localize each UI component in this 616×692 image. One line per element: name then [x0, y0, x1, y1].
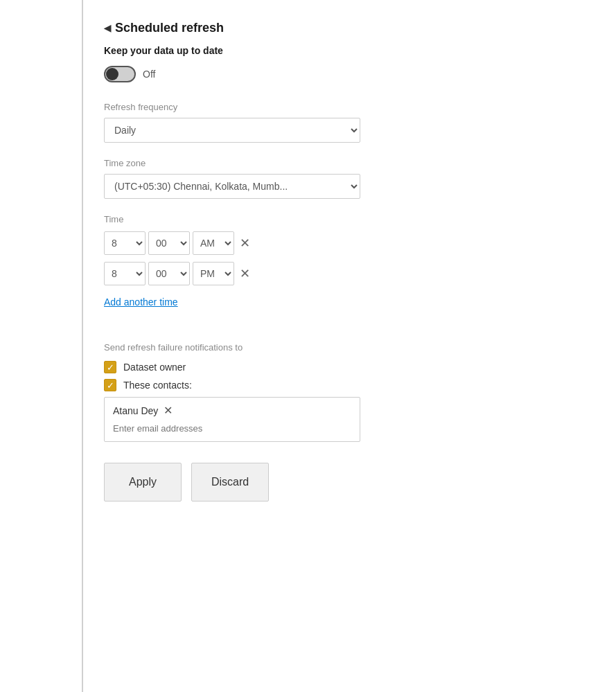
time-zone-group: Time zone (UTC+05:30) Chennai, Kolkata, …: [104, 158, 588, 199]
refresh-frequency-select[interactable]: Daily Weekly: [104, 118, 360, 143]
checkmark-icon-2: ✓: [107, 381, 114, 390]
hour-select-1[interactable]: 8 1234 567 9101112: [104, 231, 146, 255]
remove-contact-button[interactable]: ✕: [164, 405, 173, 416]
these-contacts-checkbox-row: ✓ These contacts:: [104, 379, 588, 391]
refresh-toggle[interactable]: [104, 66, 136, 82]
notifications-label: Send refresh failure notifications to: [104, 342, 588, 353]
collapse-arrow-icon[interactable]: ◀: [104, 23, 111, 33]
these-contacts-label: These contacts:: [123, 380, 192, 391]
section-subtitle: Keep your data up to date: [104, 45, 588, 56]
ampm-select-1[interactable]: AMPM: [193, 231, 234, 255]
checkmark-icon: ✓: [107, 363, 114, 372]
refresh-frequency-label: Refresh frequency: [104, 102, 588, 112]
contacts-box: Atanu Dey ✕: [104, 397, 360, 442]
minute-select-1[interactable]: 00153045: [148, 231, 190, 255]
time-zone-select[interactable]: (UTC+05:30) Chennai, Kolkata, Mumb...: [104, 174, 360, 199]
time-label: Time: [104, 214, 588, 224]
minute-select-2[interactable]: 00153045: [148, 262, 190, 285]
section-title-text: Scheduled refresh: [115, 21, 224, 35]
time-group: Time 8 1234 567 9101112 00153045 AMPM ✕: [104, 214, 588, 327]
main-content: ◀ Scheduled refresh Keep your data up to…: [83, 0, 616, 692]
discard-button[interactable]: Discard: [191, 463, 269, 502]
time-row-1: 8 1234 567 9101112 00153045 AMPM ✕: [104, 231, 588, 255]
section-title: ◀ Scheduled refresh: [104, 21, 224, 35]
time-zone-label: Time zone: [104, 158, 588, 168]
these-contacts-checkbox[interactable]: ✓: [104, 379, 116, 391]
add-another-time-link[interactable]: Add another time: [104, 296, 178, 308]
remove-time-2-button[interactable]: ✕: [237, 267, 253, 280]
notifications-section: Send refresh failure notifications to ✓ …: [104, 342, 588, 442]
ampm-select-2[interactable]: AMPM: [193, 262, 234, 285]
toggle-state-label: Off: [143, 69, 155, 80]
toggle-row: Off: [104, 66, 588, 82]
apply-button[interactable]: Apply: [104, 463, 182, 502]
dataset-owner-checkbox[interactable]: ✓: [104, 361, 116, 373]
left-panel: [0, 0, 83, 692]
hour-select-2[interactable]: 8 1234 567 9101112: [104, 262, 146, 285]
contact-tag-atanu: Atanu Dey ✕: [113, 405, 173, 416]
contact-name: Atanu Dey: [113, 405, 158, 416]
refresh-frequency-group: Refresh frequency Daily Weekly: [104, 102, 588, 143]
email-input[interactable]: [113, 423, 351, 434]
toggle-knob: [106, 68, 118, 80]
remove-time-1-button[interactable]: ✕: [237, 237, 253, 249]
dataset-owner-checkbox-row: ✓ Dataset owner: [104, 361, 588, 373]
time-row-2: 8 1234 567 9101112 00153045 AMPM ✕: [104, 262, 588, 285]
dataset-owner-label: Dataset owner: [123, 362, 186, 373]
section-header: ◀ Scheduled refresh: [104, 21, 588, 35]
buttons-row: Apply Discard: [104, 463, 588, 502]
